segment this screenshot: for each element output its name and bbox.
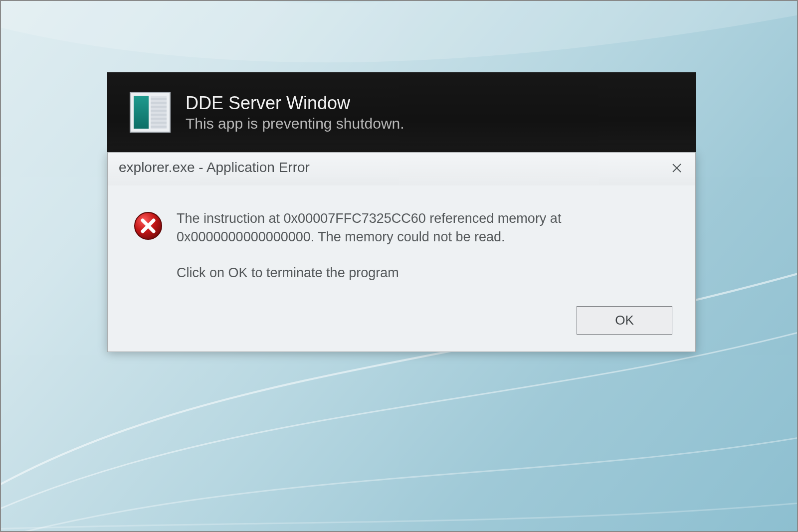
error-icon	[134, 211, 163, 240]
error-message-line2: Click on OK to terminate the program	[177, 264, 645, 282]
ok-button[interactable]: OK	[577, 306, 672, 335]
blocking-app-subtitle: This app is preventing shutdown.	[186, 114, 404, 133]
app-thumbnail-icon	[130, 92, 171, 133]
dialog-titlebar[interactable]: explorer.exe - Application Error	[108, 153, 695, 185]
dialog-title: explorer.exe - Application Error	[119, 160, 310, 176]
close-icon	[672, 159, 682, 177]
shutdown-blocking-banner: DDE Server Window This app is preventing…	[107, 72, 696, 152]
dialog-message: The instruction at 0x00007FFC7325CC60 re…	[177, 209, 645, 282]
error-message-line1: The instruction at 0x00007FFC7325CC60 re…	[177, 209, 645, 247]
blocking-app-title: DDE Server Window	[186, 92, 404, 114]
application-error-dialog: explorer.exe - Application Error	[107, 152, 696, 352]
close-button[interactable]	[665, 158, 688, 177]
